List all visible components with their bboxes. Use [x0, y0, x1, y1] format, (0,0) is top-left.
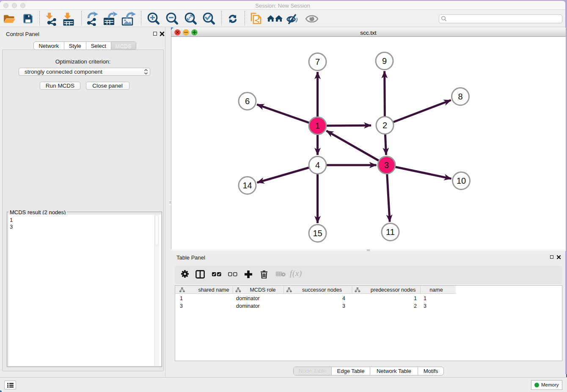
svg-text:1: 1 — [315, 121, 320, 130]
svg-text:MCDS role: MCDS role — [250, 287, 275, 293]
svg-text:predecessor nodes: predecessor nodes — [370, 287, 415, 293]
svg-text:11: 11 — [386, 227, 395, 237]
svg-text:10: 10 — [457, 176, 466, 185]
svg-text:shared name: shared name — [198, 287, 229, 293]
svg-text:9: 9 — [382, 56, 387, 66]
svg-text:7: 7 — [315, 57, 320, 66]
svg-text:4: 4 — [315, 160, 320, 170]
svg-text:3: 3 — [384, 160, 389, 170]
svg-text:8: 8 — [458, 92, 462, 101]
svg-text:2: 2 — [383, 121, 387, 130]
svg-text:name: name — [429, 287, 443, 293]
svg-text:6: 6 — [245, 97, 250, 106]
svg-text:15: 15 — [313, 229, 322, 238]
svg-text:14: 14 — [242, 181, 252, 190]
svg-text:successor nodes: successor nodes — [302, 287, 342, 293]
